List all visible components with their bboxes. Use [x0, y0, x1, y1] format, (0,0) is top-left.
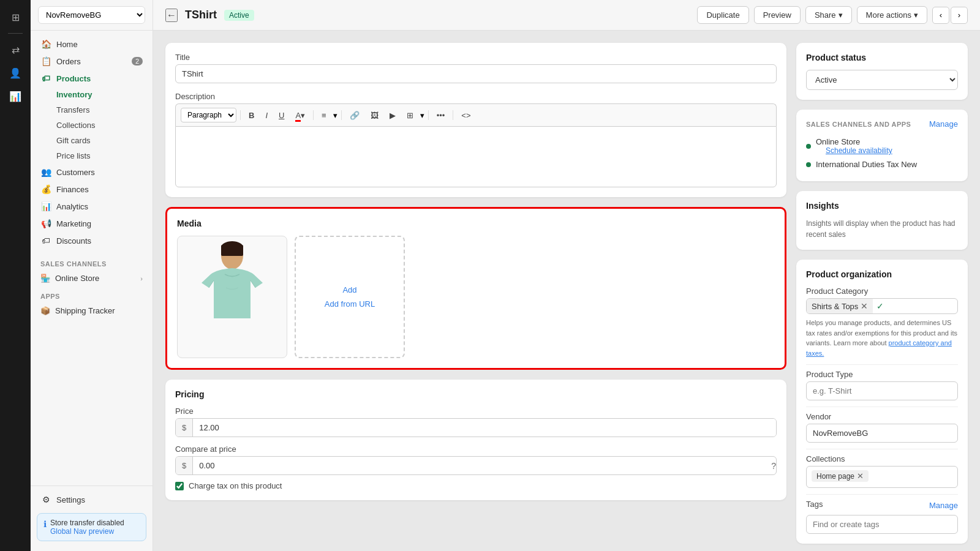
- prev-arrow-button[interactable]: ‹: [932, 7, 949, 24]
- channel-row-intl-duties: International Duties Tax New: [806, 157, 958, 171]
- media-item-tshirt[interactable]: [177, 236, 287, 358]
- nav-item-shipping-tracker[interactable]: 📦 Shipping Tracker: [31, 302, 153, 319]
- add-from-url-button[interactable]: Add from URL: [325, 299, 375, 309]
- insights-title: Insights: [806, 201, 958, 211]
- collections-label: Collections: [806, 454, 958, 463]
- sales-channels-label: Sales channels: [31, 254, 153, 270]
- media-title: Media: [177, 219, 775, 228]
- analytics-icon: 📊: [40, 201, 51, 211]
- settings-icon: ⚙: [40, 495, 51, 504]
- category-input-wrap[interactable]: Shirts & Tops ✕ ✓: [806, 298, 958, 314]
- media-add-box[interactable]: Add Add from URL: [295, 236, 405, 358]
- category-label: Product Category: [806, 287, 958, 296]
- product-type-label: Product Type: [806, 370, 958, 379]
- nav-sub-inventory[interactable]: Inventory: [31, 87, 153, 102]
- products-icon: 🏷: [40, 73, 51, 83]
- sales-channels-manage-link[interactable]: Manage: [929, 119, 958, 129]
- tags-manage-link[interactable]: Manage: [929, 501, 958, 510]
- sales-channels-header: SALES CHANNELS AND APPS Manage: [806, 119, 958, 129]
- table-button[interactable]: ⊞: [402, 109, 418, 122]
- top-bar-actions: Duplicate Preview Share ▾ More actions ▾…: [697, 6, 968, 24]
- collections-input-wrap[interactable]: Home page ✕: [806, 466, 958, 488]
- image-button[interactable]: 🖼: [366, 109, 383, 122]
- nav-item-customers[interactable]: 👥 Customers: [31, 163, 153, 181]
- top-bar: ← TShirt Active Duplicate Preview Share …: [153, 0, 980, 31]
- vendor-input[interactable]: [806, 424, 958, 443]
- share-chevron-icon: ▾: [839, 10, 843, 20]
- product-org-card: Product organization Product Category Sh…: [796, 260, 968, 544]
- nav-item-marketing[interactable]: 📢 Marketing: [31, 215, 153, 232]
- next-arrow-button[interactable]: ›: [951, 7, 968, 24]
- nav-item-online-store[interactable]: 🏪 Online Store ›: [31, 270, 153, 287]
- org-help-text: Helps you manage products, and determine…: [806, 318, 958, 358]
- product-type-input[interactable]: [806, 381, 958, 400]
- bold-button[interactable]: B: [244, 109, 258, 122]
- preview-button[interactable]: Preview: [754, 6, 801, 24]
- product-org-title: Product organization: [806, 269, 958, 279]
- price-prefix: $: [176, 419, 193, 437]
- back-button[interactable]: ←: [165, 9, 178, 22]
- global-nav-preview-link[interactable]: Global Nav preview: [50, 527, 114, 536]
- person-icon[interactable]: 👤: [6, 63, 25, 83]
- main-content: ← TShirt Active Duplicate Preview Share …: [153, 0, 980, 551]
- nav-item-analytics[interactable]: 📊 Analytics: [31, 198, 153, 215]
- price-input[interactable]: [193, 419, 776, 437]
- online-store-name: Online Store: [816, 137, 860, 146]
- code-button[interactable]: <>: [457, 109, 475, 122]
- store-selector[interactable]: NovRemoveBG: [31, 0, 153, 31]
- schedule-availability-link[interactable]: Schedule availability: [826, 146, 892, 155]
- info-icon: ℹ: [43, 519, 47, 529]
- collection-chip-remove[interactable]: ✕: [857, 471, 864, 481]
- product-status-select[interactable]: Active Draft: [806, 70, 958, 90]
- nav-sub-giftcards[interactable]: Gift cards: [31, 133, 153, 148]
- more-actions-chevron-icon: ▾: [914, 10, 918, 20]
- desc-toolbar: Paragraph B I U A▾ ≡▾ 🔗 🖼: [175, 103, 777, 126]
- nav-item-orders[interactable]: 📋 Orders 2: [31, 53, 153, 70]
- store-icon: 🏪: [40, 274, 50, 283]
- chart-icon[interactable]: 📊: [6, 86, 25, 106]
- description-area[interactable]: [175, 126, 777, 187]
- more-button[interactable]: •••: [432, 109, 450, 122]
- title-input[interactable]: [175, 64, 777, 83]
- link-button[interactable]: 🔗: [345, 109, 364, 122]
- charge-tax-checkbox[interactable]: [175, 482, 184, 490]
- duplicate-button[interactable]: Duplicate: [697, 6, 748, 24]
- home-icon: 🏠: [40, 39, 51, 49]
- help-icon[interactable]: ?: [771, 461, 776, 471]
- shipping-icon: 📦: [40, 306, 50, 315]
- nav-item-home[interactable]: 🏠 Home: [31, 36, 153, 53]
- category-chip-remove-button[interactable]: ✕: [861, 301, 868, 311]
- more-actions-button[interactable]: More actions ▾: [857, 6, 927, 24]
- product-status-title: Product status: [806, 53, 958, 62]
- page-title: TShirt: [185, 9, 217, 21]
- flow-icon[interactable]: ⇄: [6, 40, 25, 59]
- video-button[interactable]: ▶: [385, 109, 400, 122]
- icon-sidebar: ⊞ ⇄ 👤 📊: [0, 0, 31, 551]
- grid-icon[interactable]: ⊞: [6, 7, 25, 27]
- add-media-button[interactable]: Add: [342, 285, 356, 294]
- tags-header: Tags Manage: [806, 500, 958, 511]
- align-button[interactable]: ≡: [317, 109, 331, 122]
- intl-duties-name: International Duties Tax New: [816, 160, 917, 169]
- nav-sub-transfers[interactable]: Transfers: [31, 102, 153, 118]
- vendor-label: Vendor: [806, 412, 958, 421]
- nav-sub-collections[interactable]: Collections: [31, 118, 153, 133]
- italic-button[interactable]: I: [261, 109, 272, 122]
- paragraph-select[interactable]: Paragraph: [181, 108, 236, 122]
- nav-sub-pricelists[interactable]: Price lists: [31, 148, 153, 163]
- compare-prefix: $: [176, 457, 193, 474]
- nav-item-settings[interactable]: ⚙ Settings: [31, 491, 153, 508]
- tags-input[interactable]: [806, 515, 958, 534]
- nav-item-finances[interactable]: 💰 Finances: [31, 181, 153, 198]
- store-select[interactable]: NovRemoveBG: [38, 6, 145, 24]
- category-check-icon: ✓: [873, 301, 888, 311]
- media-card: Media: [165, 207, 786, 370]
- font-color-button[interactable]: A▾: [291, 109, 309, 122]
- nav-arrows: ‹ ›: [932, 7, 968, 24]
- price-label: Price: [175, 407, 777, 416]
- nav-item-discounts[interactable]: 🏷 Discounts: [31, 232, 153, 249]
- nav-item-products[interactable]: 🏷 Products: [31, 70, 153, 87]
- compare-price-input[interactable]: [193, 457, 771, 474]
- share-button[interactable]: Share ▾: [805, 6, 852, 24]
- underline-button[interactable]: U: [274, 109, 288, 122]
